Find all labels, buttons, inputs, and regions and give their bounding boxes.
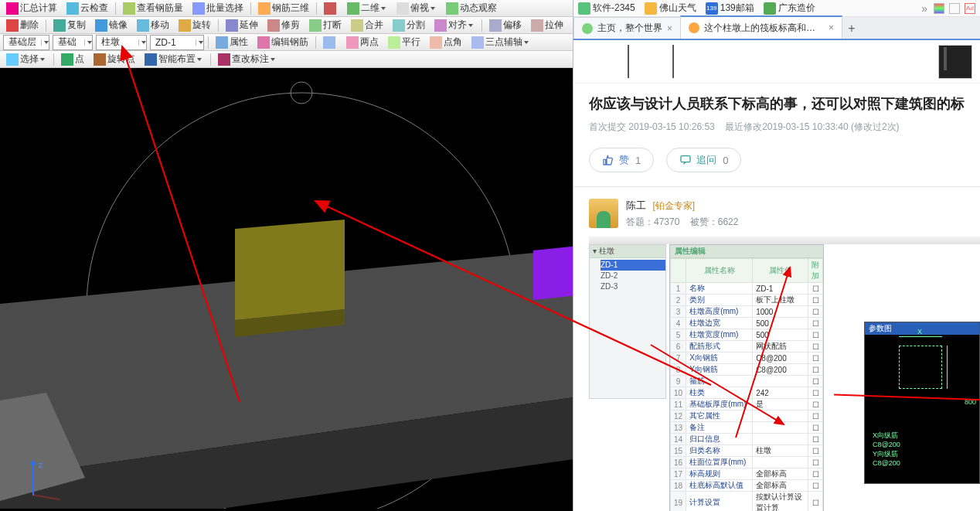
bookmark-software-2345[interactable]: 软件-2345 xyxy=(578,2,635,15)
btn-view-rebar-qty[interactable]: 批量选择 xyxy=(189,1,247,16)
btn-move[interactable]: 移动 xyxy=(133,18,173,33)
property-row[interactable]: 17标高规则全部标高☐ xyxy=(671,468,823,480)
btn-parallel[interactable]: 平行 xyxy=(384,35,424,50)
svg-marker-8 xyxy=(533,243,573,300)
combo-floor[interactable]: 基础层 xyxy=(3,35,49,50)
property-row[interactable]: 14归口信息☐ xyxy=(671,434,823,445)
combo-component[interactable]: 柱墩 xyxy=(96,35,147,50)
thumbnail-strip xyxy=(573,40,980,83)
bookmark-guangdong-cost[interactable]: 广东造价 xyxy=(764,2,815,15)
tab-home[interactable]: 主页，整个世界 × xyxy=(573,17,681,39)
parameter-diagram: 参数图 800 X向纵筋 C8@200 Y向纵筋 C8@200 xyxy=(864,322,980,484)
btn-icon-a[interactable] xyxy=(319,35,341,50)
article-title: 你应该与设计人员联系下标高的事，还可以对照下建筑图的标 xyxy=(589,94,965,113)
property-row[interactable]: 4柱墩边宽500☐ xyxy=(671,318,823,329)
user-stats: 答题：47370 被赞：6622 xyxy=(626,216,738,229)
property-row[interactable]: 6配筋形式网状配筋☐ xyxy=(671,341,823,353)
close-icon[interactable]: × xyxy=(829,22,834,33)
btn-delete[interactable]: 删除 xyxy=(2,18,43,33)
property-row[interactable]: 10柱类242☐ xyxy=(671,387,823,399)
btn-summary-calc[interactable]: 汇总计算 xyxy=(2,1,61,16)
toolbar-row-2: 删除 复制 镜像 移动 旋转 延伸 修剪 打断 合并 分割 对齐 偏移 拉伸 xyxy=(0,17,573,34)
btn-align[interactable]: 对齐 xyxy=(430,18,478,33)
btn-split[interactable]: 分割 xyxy=(389,18,429,33)
answer-user-name[interactable]: 陈工 xyxy=(626,199,646,211)
btn-merge[interactable]: 合并 xyxy=(347,18,387,33)
property-row[interactable]: 12其它属性☐ xyxy=(671,411,823,422)
btn-break[interactable]: 打断 xyxy=(305,18,345,33)
btn-copy[interactable]: 复制 xyxy=(49,18,90,33)
thumbnail[interactable] xyxy=(938,45,972,79)
property-row[interactable]: 15归类名称柱墩☐ xyxy=(671,445,823,457)
article-meta: 首次提交 2019-03-15 10:26:53 最近修改2019-03-15 … xyxy=(589,121,965,134)
toolbar-row-1: 汇总计算 云检查 查看钢筋量 批量选择 钢筋三维 二维 俯视 动态观察 xyxy=(0,0,573,17)
btn-two-point[interactable]: 两点 xyxy=(342,35,383,50)
combo-instance[interactable]: ZD-1 xyxy=(150,35,204,50)
cad-application: 汇总计算 云检查 查看钢筋量 批量选择 钢筋三维 二维 俯视 动态观察 删除 复… xyxy=(0,0,573,511)
axis-gizmo: z xyxy=(15,457,62,503)
bookmark-139-mail[interactable]: 139139邮箱 xyxy=(706,2,754,15)
embedded-screenshot: ▾ 柱墩 ZD-1 ZD-2 ZD-3 属性编辑 xyxy=(589,237,980,492)
property-row[interactable]: 7X向钢筋C8@200☐ xyxy=(671,353,823,364)
btn-edit-rebar[interactable]: 编辑钢筋 xyxy=(254,35,312,50)
property-row[interactable]: 18柱底标高默认值全部标高☐ xyxy=(671,480,823,492)
btn-rotate-point[interactable]: 旋转点 xyxy=(90,52,139,67)
new-tab-button[interactable]: + xyxy=(842,19,862,39)
adblock-icon[interactable]: Ad xyxy=(965,3,975,14)
btn-point[interactable]: 点 xyxy=(57,52,88,67)
btn-mirror[interactable]: 镜像 xyxy=(91,18,131,33)
apps-icon[interactable] xyxy=(934,3,944,14)
svg-marker-6 xyxy=(235,220,345,320)
property-row[interactable]: 11基础板厚度(mm)是☐ xyxy=(671,399,823,411)
property-row[interactable]: 13备注☐ xyxy=(671,422,823,434)
btn-offset[interactable]: 偏移 xyxy=(485,18,526,33)
bookmark-overflow[interactable]: » xyxy=(921,2,927,15)
btn-top-view[interactable]: 俯视 xyxy=(393,1,441,16)
property-row[interactable]: 16柱面位置厚(mm)☐ xyxy=(671,457,823,468)
btn-dynamic-orbit[interactable]: 动态观察 xyxy=(442,1,501,16)
tree-item[interactable]: ZD-2 xyxy=(601,271,665,281)
toolbar-row-4: 选择 点 旋转点 智能布置 查改标注 xyxy=(0,51,573,68)
property-row[interactable]: 19计算设置按默认计算设置计算☐ xyxy=(671,492,823,512)
combo-category[interactable]: 基础 xyxy=(53,35,93,50)
btn-trim[interactable]: 修剪 xyxy=(264,18,304,33)
btn-rebar-3d[interactable] xyxy=(320,1,342,16)
btn-batch-select[interactable]: 钢筋三维 xyxy=(254,1,313,16)
bookmark-toggle-icon[interactable] xyxy=(949,3,960,14)
btn-2d[interactable]: 二维 xyxy=(343,1,391,16)
3d-viewport[interactable]: z xyxy=(0,68,573,511)
btn-point-angle[interactable]: 点角 xyxy=(426,35,466,50)
btn-stretch[interactable]: 拉伸 xyxy=(527,18,567,33)
avatar[interactable] xyxy=(589,199,618,228)
property-row[interactable]: 1名称ZD-1☐ xyxy=(671,283,823,295)
browser-pane: 软件-2345 佛山天气 139139邮箱 广东造价 » Ad 主页，整个世界 … xyxy=(573,0,980,511)
btn-three-point-axis[interactable]: 三点辅轴 xyxy=(468,35,534,50)
bookmark-foshan-weather[interactable]: 佛山天气 xyxy=(645,2,696,15)
tab-question[interactable]: 这个柱墩上的筏板标高和筏板标 × xyxy=(680,15,842,39)
btn-extend[interactable]: 延伸 xyxy=(222,18,262,33)
btn-find-element[interactable]: 查看钢筋量 xyxy=(119,1,187,16)
tab-favicon xyxy=(582,23,593,34)
tree-item[interactable]: ZD-3 xyxy=(601,281,665,292)
page-content: 你应该与设计人员联系下标高的事，还可以对照下建筑图的标 首次提交 2019-03… xyxy=(573,40,980,511)
btn-cloud-check[interactable]: 云检查 xyxy=(63,1,112,16)
tree-item[interactable]: ZD-1 xyxy=(601,260,665,271)
like-button[interactable]: 赞1 xyxy=(589,148,654,172)
btn-check-edit-annot[interactable]: 查改标注 xyxy=(214,52,281,67)
axis-z-label: z xyxy=(39,460,43,469)
btn-rotate[interactable]: 旋转 xyxy=(175,18,215,33)
property-row[interactable]: 5柱墩宽度(mm)500☐ xyxy=(671,329,823,341)
close-icon[interactable]: × xyxy=(667,23,672,34)
browser-controls: Ad xyxy=(934,3,975,14)
btn-properties[interactable]: 属性 xyxy=(212,35,252,50)
property-row[interactable]: 9箍筋☐ xyxy=(671,376,823,387)
property-row[interactable]: 3柱墩高度(mm)1000☐ xyxy=(671,306,823,318)
property-row[interactable]: 2类别板下上柱墩☐ xyxy=(671,295,823,306)
property-row[interactable]: 8Y向钢筋C8@200☐ xyxy=(671,364,823,376)
svg-rect-10 xyxy=(681,156,690,162)
btn-select[interactable]: 选择 xyxy=(2,52,50,67)
article-actions: 赞1 追问0 xyxy=(589,148,965,172)
followup-button[interactable]: 追问0 xyxy=(666,148,741,172)
chat-icon xyxy=(679,154,692,166)
btn-smart-layout[interactable]: 智能布置 xyxy=(141,52,207,67)
